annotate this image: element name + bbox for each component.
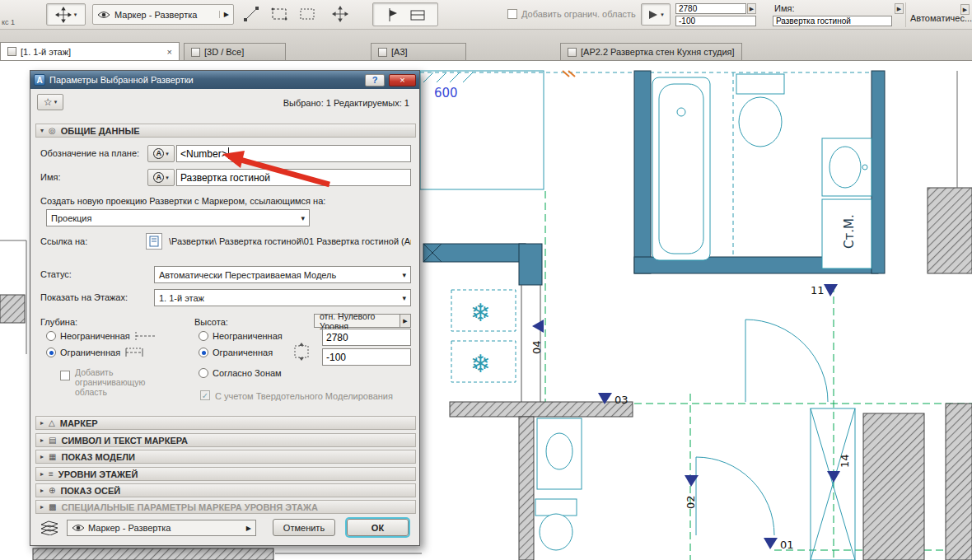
- chevron-down-icon: ▾: [74, 12, 77, 18]
- chevron-down-icon: ▾: [54, 99, 58, 105]
- ok-button[interactable]: ОК: [347, 519, 409, 536]
- radio-label: Согласно Зонам: [213, 368, 282, 378]
- marker-head-button[interactable]: ▾: [641, 3, 671, 26]
- close-button[interactable]: ×: [389, 74, 416, 86]
- height-label: Высота:: [194, 317, 228, 327]
- chevron-right-icon: ▸: [40, 470, 44, 478]
- add-bounding-area-toolbar-label: Добавить огранич. область: [521, 9, 636, 19]
- relative-level-button[interactable]: отн. Нулевого Уровня ▶: [314, 314, 411, 328]
- toolbar-separator: [905, 2, 906, 27]
- name-label: Имя:: [40, 172, 60, 182]
- layers-icon[interactable]: [39, 520, 60, 535]
- special-marker-section-icon: ▩: [49, 502, 56, 511]
- chevron-right-icon: ▸: [40, 453, 44, 460]
- footer-layer-combo[interactable]: Маркер - Развертка ▶: [67, 520, 256, 536]
- checkbox-box: [507, 9, 517, 19]
- close-tab-icon[interactable]: ×: [167, 47, 172, 57]
- chevron-down-icon: ▾: [40, 127, 44, 134]
- footer-layer-label: Маркер - Развертка: [88, 523, 171, 533]
- height-bottom-input[interactable]: [322, 348, 411, 366]
- svg-text:03: 03: [615, 394, 629, 406]
- general-section-icon: ◎: [49, 126, 56, 135]
- stories-select[interactable]: 1. 1-й этаж ▾: [154, 289, 411, 306]
- cancel-button[interactable]: Отменить: [273, 519, 335, 536]
- section-special-marker: ▸ ▩ СПЕЦИАЛЬНЫЕ ПАРАМЕТРЫ МАРКЕРА УРОВНЯ…: [35, 500, 416, 514]
- section-label: ОБЩИЕ ДАННЫЕ: [61, 126, 140, 136]
- boundary-rect-icon[interactable]: [409, 7, 426, 23]
- section-label: ПОКАЗ ОСЕЙ: [60, 486, 120, 496]
- status-label: Статус:: [40, 269, 72, 279]
- elevation-settings-dialog: A Параметры Выбранной Развертки ? × ☆ ▾ …: [30, 70, 420, 546]
- toolbar-name-input[interactable]: [773, 16, 892, 26]
- tab-3d[interactable]: [3D / Все]: [184, 43, 286, 60]
- tab-floor-plan[interactable]: [1. 1-й этаж] ×: [0, 42, 180, 60]
- line-tool-icon[interactable]: [241, 3, 262, 25]
- text-caret: [228, 147, 229, 159]
- chevron-down-icon: ▾: [166, 175, 169, 181]
- spin-right-icon[interactable]: ▶: [747, 3, 756, 14]
- add-bounding-checkbox[interactable]: [60, 371, 70, 380]
- depth-limited-icon: [124, 348, 146, 357]
- chevron-down-icon: ▾: [402, 271, 406, 279]
- plan-id-input[interactable]: [176, 145, 411, 162]
- tab-bar: [1. 1-й этаж] × [3D / Все] [А3] [АР2.2 Р…: [0, 30, 972, 61]
- height-by-zones-radio[interactable]: Согласно Зонам: [199, 368, 282, 378]
- radio-label: Неограниченная: [60, 331, 130, 341]
- solid-modeling-checkbox[interactable]: ✓: [200, 390, 210, 400]
- autotext-icon: A: [153, 172, 164, 183]
- chevron-right-icon: ▸: [40, 503, 44, 511]
- chevron-down-icon: ▾: [661, 12, 664, 18]
- radio-circle: [199, 368, 208, 378]
- height-top-input[interactable]: [322, 329, 411, 346]
- marker-head-icon: [647, 9, 659, 21]
- chevron-right-icon: ▸: [40, 436, 44, 444]
- toolbar-offset-input[interactable]: [675, 16, 756, 26]
- depth-unlimited-radio[interactable]: Неограниченная: [46, 331, 156, 341]
- height-unlimited-radio[interactable]: Неограниченная: [199, 331, 283, 341]
- height-limited-radio[interactable]: Ограниченная: [199, 348, 273, 357]
- marker-tool-label: Маркер - Развертка: [114, 10, 197, 20]
- section-marker[interactable]: ▸ △ МАРКЕР: [35, 416, 416, 430]
- section-general[interactable]: ▾ ◎ ОБЩИЕ ДАННЫЕ: [35, 124, 416, 138]
- story-levels-section-icon: ≡: [49, 469, 54, 478]
- radio-label: Ограниченная: [213, 348, 273, 357]
- radio-circle: [46, 348, 56, 357]
- model-display-section-icon: ▦: [49, 452, 56, 461]
- section-axes-display[interactable]: ▸ ⊕ ПОКАЗ ОСЕЙ: [35, 483, 416, 497]
- tab-layout-a3[interactable]: [А3]: [371, 43, 466, 60]
- chevron-down-icon: ▾: [166, 151, 169, 157]
- drag-tool-icon[interactable]: [329, 3, 351, 25]
- chevron-down-icon: ▾: [301, 214, 305, 222]
- spin-right-icon[interactable]: ▶: [960, 4, 970, 15]
- status-select[interactable]: Автоматически Перестраиваемая Модель ▾: [154, 266, 411, 283]
- tab-elevation-layout[interactable]: [АР2.2 Развертка стен Кухня студия]: [560, 43, 742, 60]
- name-input[interactable]: [176, 169, 411, 186]
- favorites-button[interactable]: ☆ ▾: [37, 94, 63, 110]
- section-label: ПОКАЗ МОДЕЛИ: [61, 452, 134, 462]
- dialog-titlebar[interactable]: A Параметры Выбранной Развертки ? ×: [30, 71, 419, 89]
- marker-tool-dropdown[interactable]: Маркер - Развертка ▶: [92, 4, 234, 25]
- section-symbol-text[interactable]: ▸ ▤ СИМВОЛ И ТЕКСТ МАРКЕРА: [35, 433, 416, 447]
- plan-id-autotext-button[interactable]: A ▾: [147, 145, 175, 162]
- name-autotext-button[interactable]: A ▾: [147, 169, 175, 186]
- toolbar-height-input[interactable]: [675, 3, 746, 14]
- marquee-tool-icon[interactable]: [269, 3, 290, 25]
- section-model-display[interactable]: ▸ ▦ ПОКАЗ МОДЕЛИ: [35, 450, 416, 464]
- solid-modeling-label: С учетом Твердотельного Моделирования: [215, 391, 393, 401]
- region-tool-icon[interactable]: [297, 3, 318, 25]
- marker-section-icon: △: [49, 418, 55, 427]
- projection-select[interactable]: Проекция ▾: [46, 209, 310, 226]
- stories-label: Показать на Этажах:: [40, 292, 128, 302]
- stories-value: 1. 1-й этаж: [159, 293, 204, 303]
- section-label: СИМВОЛ И ТЕКСТ МАРКЕРА: [61, 436, 188, 446]
- move-arrows-icon: [55, 7, 72, 23]
- marker-line-icon[interactable]: [385, 7, 401, 23]
- depth-limited-radio[interactable]: Ограниченная: [46, 348, 146, 357]
- spin-right-icon[interactable]: ▶: [895, 3, 904, 14]
- axes-section-icon: ⊕: [49, 486, 55, 495]
- help-button[interactable]: ?: [365, 74, 385, 86]
- add-bounding-area-toolbar-checkbox[interactable]: Добавить огранич. область: [507, 9, 636, 19]
- section-story-levels[interactable]: ▸ ≡ УРОВНИ ЭТАЖЕЙ: [35, 467, 416, 481]
- move-tool-button[interactable]: ▾: [46, 3, 86, 26]
- toolbar-left-fragment: кс 1: [2, 18, 15, 26]
